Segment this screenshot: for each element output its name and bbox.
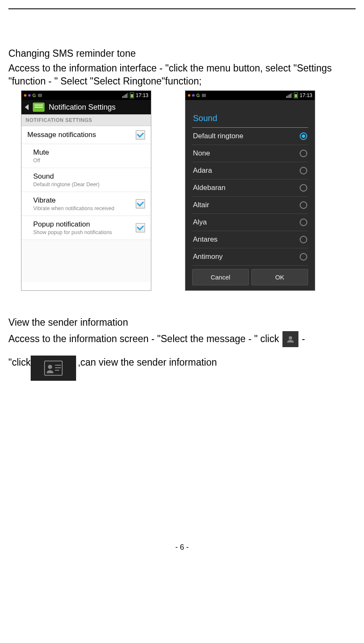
screen-title: Notification Settings	[49, 103, 116, 112]
radio-button[interactable]	[300, 219, 307, 226]
ringtone-option[interactable]: Alya	[192, 214, 308, 231]
row-message-notifications[interactable]: Message notifications	[21, 126, 151, 144]
option-label: Adara	[193, 166, 212, 175]
section2-text-a: Access to the information screen - "Sele…	[8, 331, 279, 347]
check-icon	[137, 200, 144, 207]
screenshot-notification-settings: G 17:13 Notification Settings NOTIFICATI…	[21, 90, 151, 291]
status-dot-icon	[28, 94, 31, 97]
section1-heading: Changing SMS reminder tone	[8, 47, 356, 60]
status-icon	[38, 94, 42, 97]
check-icon	[137, 224, 144, 231]
screenshot-sound-dialog: G 17:13 Sound Default ringtone	[185, 90, 315, 291]
checkbox[interactable]	[136, 223, 145, 232]
option-label: Aldebaran	[193, 184, 226, 192]
svg-rect-3	[55, 365, 61, 366]
status-icon	[202, 94, 206, 97]
row-title: Mute	[33, 148, 49, 157]
status-bar: G 17:13	[21, 91, 151, 100]
row-subtitle: Show popup for push notifications	[33, 229, 112, 235]
section2-line2: "click ,can view the sender information	[8, 350, 356, 375]
status-time: 17:13	[136, 92, 148, 98]
option-label: None	[193, 149, 210, 158]
section2-dash: -	[302, 331, 305, 347]
profile-icon	[282, 331, 298, 347]
ringtone-option[interactable]: None	[192, 145, 308, 162]
screen-header[interactable]: Notification Settings	[21, 100, 151, 114]
option-label: Altair	[193, 201, 209, 209]
section2-line1: Access to the information screen - "Sele…	[8, 331, 356, 347]
ok-button[interactable]: OK	[251, 269, 308, 285]
radio-button[interactable]	[300, 253, 307, 261]
svg-point-0	[289, 336, 292, 340]
option-label: Alya	[193, 218, 207, 227]
row-subtitle: Off	[33, 158, 49, 163]
top-rule	[8, 8, 356, 9]
status-time: 17:13	[300, 92, 312, 98]
ringtone-option[interactable]: Altair	[192, 197, 308, 214]
row-title: Message notifications	[27, 131, 96, 139]
dialog-title: Sound	[192, 111, 308, 128]
back-icon[interactable]	[25, 104, 29, 110]
status-dot-icon	[24, 94, 26, 97]
row-mute[interactable]: Mute Off	[21, 144, 151, 168]
signal-icon	[286, 93, 292, 98]
section2-text-b-suffix: ,can view the sender information	[78, 354, 217, 371]
option-label: Antimony	[193, 253, 223, 261]
radio-button[interactable]	[300, 167, 307, 174]
radio-button[interactable]	[300, 201, 307, 209]
svg-point-2	[48, 365, 52, 369]
option-label: Antares	[193, 235, 218, 244]
section2-heading: View the sender information	[8, 316, 356, 329]
ringtone-option[interactable]: Aldebaran	[192, 179, 308, 197]
row-vibrate[interactable]: Vibrate Vibrate when notifications recei…	[21, 192, 151, 216]
section1-instruction: Access to the information interface - "c…	[8, 62, 356, 88]
messaging-app-icon	[33, 103, 45, 112]
row-title: Popup notification	[33, 220, 112, 229]
svg-rect-5	[55, 370, 59, 371]
radio-button[interactable]	[300, 236, 307, 243]
row-title: Sound	[33, 172, 100, 181]
battery-icon	[130, 92, 134, 98]
row-subtitle: Default ringtone (Dear Deer)	[33, 182, 100, 187]
status-bar: G 17:13	[185, 91, 315, 100]
page-number: - 6 -	[8, 543, 356, 560]
google-icon: G	[196, 93, 200, 98]
row-title: Vibrate	[33, 196, 114, 205]
row-sound[interactable]: Sound Default ringtone (Dear Deer)	[21, 168, 151, 192]
row-subtitle: Vibrate when notifications received	[33, 206, 114, 211]
ringtone-option[interactable]: Antimony	[192, 248, 308, 266]
ringtone-option[interactable]: Default ringtone	[192, 128, 308, 145]
contact-card-icon	[31, 356, 76, 381]
status-dot-icon	[188, 94, 190, 97]
radio-button[interactable]	[300, 132, 307, 140]
radio-button[interactable]	[300, 184, 307, 192]
status-dot-icon	[192, 94, 195, 97]
cancel-button[interactable]: Cancel	[192, 269, 249, 285]
checkbox[interactable]	[136, 130, 145, 140]
battery-icon	[294, 92, 298, 98]
section-heading: NOTIFICATION SETTINGS	[21, 114, 151, 126]
google-icon: G	[32, 93, 36, 98]
ringtone-option[interactable]: Adara	[192, 162, 308, 179]
svg-rect-4	[55, 367, 61, 368]
ringtone-option[interactable]: Antares	[192, 231, 308, 248]
section2-text-b-prefix: "click	[8, 354, 31, 371]
checkbox[interactable]	[136, 199, 145, 208]
check-icon	[137, 131, 144, 138]
row-popup-notification[interactable]: Popup notification Show popup for push n…	[21, 216, 151, 240]
radio-button[interactable]	[300, 150, 307, 157]
option-label: Default ringtone	[193, 132, 243, 140]
signal-icon	[122, 93, 128, 98]
blank-area	[21, 240, 151, 282]
